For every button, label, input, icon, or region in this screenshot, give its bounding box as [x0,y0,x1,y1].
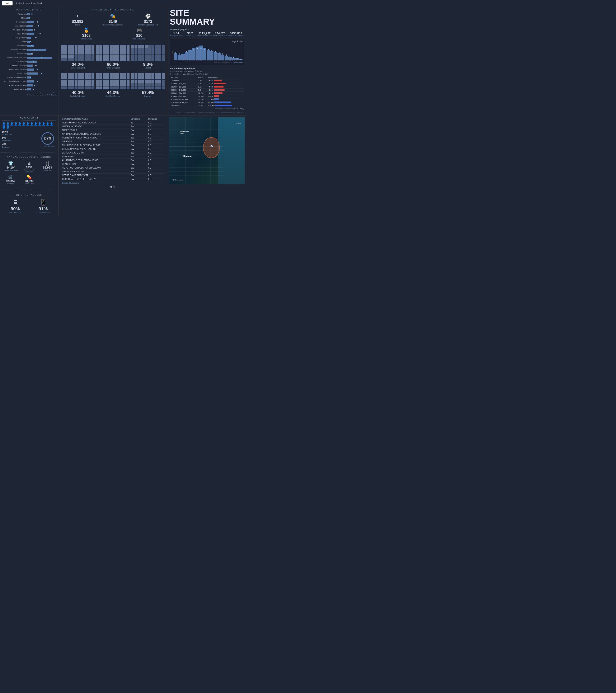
grid-square [85,83,87,86]
page-1-dot[interactable] [110,186,112,188]
grid-square [92,55,94,58]
grid-square [103,73,106,76]
age-bar-wrap [196,43,199,60]
grid-square [75,55,78,58]
theatre-icon: 🎭 [96,14,130,19]
grid-square [88,83,91,86]
grid-square [155,83,158,86]
age-bar [221,55,224,60]
table-row: NORBERT N ROSENTHAL & ASSOC SW 0.0 [61,136,164,140]
workforce-row: Health Care [27,72,56,75]
age-x-label: 10-14 [181,60,185,61]
hhi-note2: The smallest group: $15,000 - $24,999 (3… [170,73,244,75]
grid-square [75,45,78,47]
hhi-diff: -2.4% [207,95,244,98]
vacant-grid [131,45,165,61]
age-bar-wrap [221,43,224,60]
workforce-row-label: Retail Trade [2,32,27,36]
biz-dist: 0.0 [147,159,164,162]
grid-square [158,52,161,54]
age-x-label: 60-64 [217,60,221,61]
apparel-amt: $4,104 [2,166,19,169]
hhi-diff: -5.7% [207,82,244,85]
spending-panel: ANNUAL HOUSEHOLD SPENDING 👕 $4,104 Appar… [0,154,58,189]
employee-icon: 👤 [2,122,6,125]
grid-square [78,55,81,58]
grid-square [162,83,165,86]
grid-square [123,76,126,79]
grid-square [68,76,71,79]
age-x-label: 45-49 [206,60,210,61]
workforce-bar-container [27,40,56,43]
age-bar-wrap [210,43,214,60]
grid-square [131,45,134,47]
grid-square [145,76,148,79]
biz-dist: 0.0 [147,177,164,181]
workforce-row-label: Real Estate [2,52,27,56]
age-bar-wrap [199,43,203,60]
age-dot [190,50,191,52]
grid-square [99,80,102,82]
age-x-label: 55-59 [214,60,217,61]
page-2-dot[interactable] [113,186,115,188]
grid-square [110,48,113,51]
grid-square [126,73,130,76]
grid-square [110,45,113,47]
workforce-bar-container [27,44,56,47]
grid-square [88,73,91,76]
grid-square [81,55,84,58]
biz-dir: SW [130,132,147,136]
grid-square [135,52,137,54]
workforce-bar [27,64,33,67]
als-item-theatre: 🎭 $149 Theatre/Operas/Concerts [96,14,130,26]
grid-square [141,86,144,90]
grid-square [71,58,74,61]
grid-square [99,45,102,47]
table-row: BHHS KOENIG RUBLOFF REALTY GRP SW 0.0 [61,143,164,147]
grid-square [131,86,134,90]
workforce-row: Information [27,44,56,47]
eating-amt: $6,993 [39,166,56,169]
grid-square [145,55,148,58]
emp-bars: 94% White Collar 2% Blue Collar 4% [2,130,38,149]
grid-square [106,80,109,82]
als-movies-label: Movies/Museums/Parks [132,24,165,26]
workforce-dot [31,13,33,15]
grid-square [103,86,106,90]
grid-square [106,73,109,76]
grid-square [110,76,113,79]
site-demo-label: Site Demographics [170,28,189,31]
biz-name: SEVENTH [61,140,130,143]
pagination[interactable] [61,185,164,188]
workforce-bar [27,80,34,82]
age-x-labels: 0-45-910-1415-1920-2425-2930-3435-3940-4… [174,60,242,61]
grid-square [145,80,148,82]
workforce-row-label: Manufacturing [2,24,27,28]
table-row: NOTRE DAME FAMILY CTR SW 0.0 [61,174,164,177]
biz-dir: SW [130,170,147,174]
grid-square [141,76,144,79]
table-row: III FORKS-CHICAGO SW 0.0 [61,125,164,128]
table-row: ALLAN H GOLD STRUCTURAL ENGR SW 0.0 [61,159,164,162]
spend-healthcare: 💊 $8,997 Health Care [21,174,38,185]
employee-icon: 👤 [50,122,53,125]
grid-square [158,76,161,79]
hhi-col-indicator: Indicator [170,76,197,79]
age-x-label: 50-54 [210,60,214,61]
grid-square [116,52,119,54]
grid-square [92,80,94,82]
biz-dir: SW [130,128,147,132]
workforce-row-label: Transportation [2,36,27,40]
unemp-gauge: 2.7% [41,132,54,145]
biz-name: ALLAN H GOLD STRUCTURAL ENGR [61,159,130,162]
grid-square [162,73,165,76]
age-x-label: 35-39 [199,60,203,61]
age-bar-wrap [228,43,232,60]
workforce-row-label: Mining [2,16,27,20]
workforce-dot [41,73,42,74]
grid-square [158,73,161,76]
vacant: 9.8% Vacant [131,45,165,69]
emp-unemp-row: 94% White Collar 2% Blue Collar 4% [2,130,56,149]
als-theatre-amount: $149 [96,19,130,24]
grid-square [103,52,106,54]
